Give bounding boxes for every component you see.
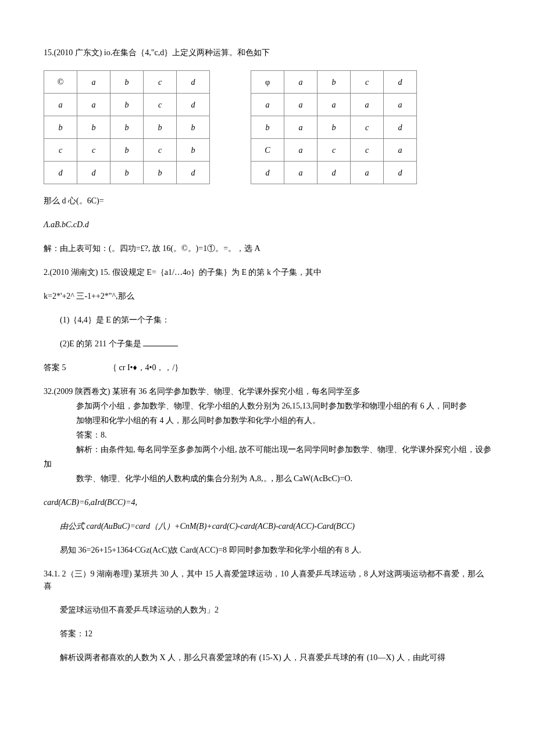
cell: b	[110, 139, 144, 162]
cell: a	[284, 116, 318, 139]
cell: d	[44, 162, 77, 184]
cell: c	[77, 139, 110, 162]
table-row: c c b c b	[44, 139, 210, 162]
cell: d	[318, 162, 351, 184]
q2-k-expr: k=2*'+2^ 三-1++2*"^,那么	[44, 290, 491, 302]
cell: c	[144, 71, 177, 94]
cell: c	[318, 139, 351, 162]
cell: a	[77, 94, 110, 116]
cell: d	[384, 71, 417, 94]
q32-sol-line1b: 加	[44, 458, 491, 470]
cell: b	[144, 162, 177, 184]
cell: b	[251, 116, 284, 139]
cell: c	[351, 139, 384, 162]
table-row: d a d a d	[251, 162, 417, 184]
cell: d	[177, 71, 210, 94]
q15-choices: Λ.aB.bC.cD.d	[44, 218, 491, 231]
table-row: © a b c d	[44, 71, 210, 94]
cell: b	[110, 162, 144, 184]
table-row: b b b b b	[44, 116, 210, 139]
q32-line1: 参加两个小组，参加数学、物理、化学小组的人数分别为 26,15,13,同时参加数…	[44, 400, 491, 412]
cell: d	[251, 162, 284, 184]
cell: d	[177, 162, 210, 184]
cell: c	[44, 139, 77, 162]
cell: a	[44, 94, 77, 116]
cell: d	[77, 162, 110, 184]
cell: a	[384, 139, 417, 162]
cell: a	[77, 71, 110, 94]
q15-intro: 15.(2010 广东文) io.在集合｛4,"c,d｝上定义两种运算。和色如下	[44, 46, 491, 59]
cell: φ	[251, 71, 284, 94]
cell: a	[284, 139, 318, 162]
table-row: d d b b d	[44, 162, 210, 184]
q32-answer: 答案：8.	[44, 429, 491, 441]
cell: a	[284, 162, 318, 184]
q34-line1: 爱篮球运动但不喜爱乒乓球运动的人数为」2	[44, 604, 491, 616]
cell: b	[110, 116, 144, 139]
cell: a	[284, 94, 318, 116]
table-row: b a b c d	[251, 116, 417, 139]
cell: b	[110, 94, 144, 116]
answer-5: 答案 5 ｛ cr I•♦，4•0，，/｝	[44, 361, 491, 374]
cell: c	[351, 71, 384, 94]
table-row: φ a b c d	[251, 71, 417, 94]
cell: b	[110, 71, 144, 94]
q2-sub2-text: (2)E 的第 211 个子集是	[60, 339, 143, 348]
q15-question: 那么 d 心(。6C)=	[44, 195, 491, 207]
operation-tables: © a b c d a a b c d b b b b b c c b c b	[44, 70, 491, 184]
cell: d	[177, 94, 210, 116]
cell: ©	[44, 71, 77, 94]
table-row: C a c c a	[251, 139, 417, 162]
q32-formula: 由公式 card(AuBuC)=card（八）+CnM(B)+card(C)-c…	[44, 520, 491, 532]
cell: d	[384, 162, 417, 184]
q34-answer: 答案：12	[44, 628, 491, 640]
cell: c	[351, 116, 384, 139]
q2-sub1: (1)｛4,4｝是 E 的第一个子集：	[44, 314, 491, 326]
q34-solution: 解析设两者都喜欢的人数为 X 人，那么只喜爱篮球的有 (15-X) 人，只喜爱乒…	[44, 651, 491, 664]
cell: c	[144, 94, 177, 116]
cell: a	[318, 94, 351, 116]
cell: d	[384, 116, 417, 139]
q2-intro: 2.(2010 湖南文) 15. 假设规定 E=｛a1/…4o｝的子集｝为 E …	[44, 266, 491, 278]
cell: a	[284, 71, 318, 94]
cell: a	[351, 162, 384, 184]
q34-head: 34.1. 2（三）9 湖南卷理) 某班共 30 人，其中 15 人喜爱篮球运动…	[44, 568, 491, 592]
table-row: a a b c d	[44, 94, 210, 116]
blank-line	[143, 338, 178, 346]
answer-value: ｛ cr I•♦，4•0，，/｝	[109, 363, 183, 372]
cell: C	[251, 139, 284, 162]
cell: b	[318, 71, 351, 94]
cell: b	[177, 116, 210, 139]
answer-label: 答案 5	[44, 363, 66, 372]
q32-line2: 加物理和化学小组的有 4 人，那么同时参加数学和化学小组的有人。	[44, 414, 491, 427]
q32-sol-line2: 数学、物理、化学小组的人数构成的集合分别为 A,8,。, 那么 CaW(AcBc…	[44, 472, 491, 485]
cell: b	[318, 116, 351, 139]
q32-card-eq: card(ACB)=6,aIrd(BCC)=4,	[44, 496, 491, 508]
table-row: a a a a a	[251, 94, 417, 116]
cell: b	[144, 116, 177, 139]
q32-final: 易知 36=26+15+1364·CGz(AcC)故 Card(ACC)=8 即…	[44, 544, 491, 556]
cell: a	[384, 94, 417, 116]
cell: b	[177, 139, 210, 162]
q15-solution: 解：由上表可知：(。四功=£?, 故 16(。©。)=1①。=。，选 A	[44, 242, 491, 255]
cell: c	[144, 139, 177, 162]
cell: a	[251, 94, 284, 116]
cell: b	[77, 116, 110, 139]
q32-head: 32.(2009 陕西卷文) 某班有 36 名同学参加数学、物理、化学课外探究小…	[44, 385, 491, 397]
table-op2: φ a b c d a a a a a b a b c d C a c c a	[251, 70, 417, 184]
q2-sub2: (2)E 的第 211 个子集是	[44, 338, 491, 350]
table-op1: © a b c d a a b c d b b b b b c c b c b	[44, 70, 210, 184]
q32-sol-line1: 解析：由条件知, 每名同学至多参加两个小组, 故不可能出现一名同学同时参加数学、…	[44, 443, 491, 456]
cell: b	[44, 116, 77, 139]
cell: a	[351, 94, 384, 116]
